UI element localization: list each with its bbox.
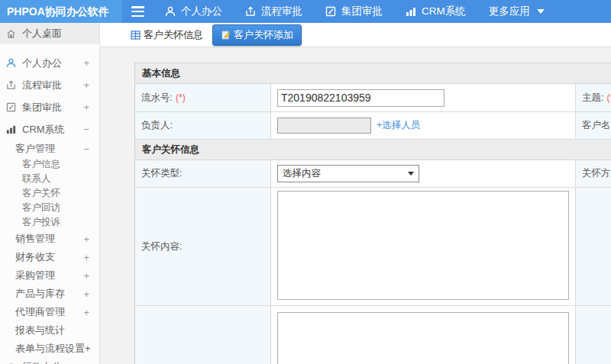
collapse-icon[interactable]: − — [83, 143, 89, 155]
approve-icon — [325, 6, 336, 17]
grid-icon — [131, 31, 141, 40]
expand-icon[interactable]: + — [83, 57, 89, 69]
user-icon — [165, 6, 176, 17]
main-content: 客户关怀信息 客户关怀添加 基本信息 流水号: (*) 主题: (*) 负责人:… — [100, 23, 611, 364]
nav-crm-system[interactable]: CRM系统 — [406, 5, 466, 18]
owner-input[interactable] — [277, 118, 371, 134]
required-mark: (*) — [176, 92, 186, 103]
extra-content-label — [135, 306, 271, 364]
sidebar-item-agents-mgmt[interactable]: 代理商管理 + — [0, 303, 99, 321]
tab-customer-care-add[interactable]: 客户关怀添加 — [212, 24, 302, 46]
sidebar-item-customer-care[interactable]: 客户关怀 — [0, 186, 99, 201]
sidebar-item-group-approval[interactable]: 集团审批 + — [0, 96, 99, 118]
sidebar-label: 流程审批 — [22, 79, 62, 92]
expand-icon[interactable]: + — [83, 252, 89, 263]
nav-label: CRM系统 — [422, 5, 466, 18]
nav-label: 流程审批 — [261, 5, 302, 18]
sidebar-label: 客户回访 — [22, 201, 60, 214]
sidebar-item-form-process-settings[interactable]: 表单与流程设置+ — [0, 340, 99, 358]
care-type-label: 关怀类型: — [135, 160, 271, 188]
subject-label: 主题: (*) — [576, 84, 611, 112]
tab-customer-care-info[interactable]: 客户关怀信息 — [126, 25, 208, 45]
sidebar-item-admin-office[interactable]: 行政办公 + — [0, 358, 99, 364]
sidebar-label: CRM系统 — [22, 123, 65, 137]
sidebar-label: 联系人 — [22, 172, 51, 185]
approve-icon — [6, 102, 17, 112]
sidebar-item-customer-info[interactable]: 客户信息 — [0, 157, 99, 172]
tab-label: 客户关怀信息 — [144, 28, 203, 42]
app-logo[interactable]: PHPOA协同办公软件 — [0, 0, 122, 23]
sidebar-item-purchasing[interactable]: 采购管理 + — [0, 266, 99, 285]
caret-down-icon — [537, 9, 545, 14]
top-navbar: PHPOA协同办公软件 个人办公 流程审批 集团审批 CRM系统 更多应用 — [0, 0, 611, 23]
sidebar-item-customer-complaint[interactable]: 客户投诉 — [0, 215, 99, 230]
care-content-field-cell — [271, 188, 576, 306]
care-content-right-cell — [576, 188, 611, 306]
sidebar-item-sales-mgmt[interactable]: 销售管理 + — [0, 230, 99, 248]
sidebar-item-products-inventory[interactable]: 产品与库存 + — [0, 285, 99, 303]
select-caret-icon — [408, 172, 414, 176]
serial-label: 流水号: (*) — [135, 84, 271, 112]
owner-field-cell: +选择人员 — [271, 112, 576, 140]
process-icon — [245, 6, 256, 17]
sidebar-label: 采购管理 — [15, 269, 55, 282]
expand-icon[interactable]: + — [83, 307, 89, 318]
sidebar-item-crm-system[interactable]: CRM系统 − — [0, 118, 99, 140]
sidebar-item-contacts[interactable]: 联系人 — [0, 172, 99, 186]
customer-name-label: 客户名称: ( — [576, 112, 611, 140]
care-type-field-cell: 选择内容 — [271, 160, 576, 188]
menu-icon[interactable] — [131, 6, 147, 17]
nav-personal-office[interactable]: 个人办公 — [165, 5, 222, 18]
required-mark: (*) — [606, 92, 611, 103]
tab-bar: 客户关怀信息 客户关怀添加 — [100, 23, 611, 47]
expand-icon[interactable]: + — [83, 79, 89, 91]
serial-input[interactable] — [277, 89, 445, 107]
expand-icon[interactable]: + — [83, 288, 89, 300]
sidebar-label: 行政办公 — [22, 360, 62, 364]
owner-label: 负责人: — [135, 112, 271, 140]
expand-icon[interactable]: + — [83, 234, 89, 245]
expand-icon[interactable]: + — [83, 101, 89, 113]
care-type-selected-value: 选择内容 — [283, 167, 321, 180]
sidebar-label: 个人桌面 — [22, 27, 62, 40]
sidebar-label: 客户管理 — [15, 142, 55, 156]
care-content-label: 关怀内容: — [135, 188, 271, 306]
extra-content-textarea[interactable] — [277, 312, 569, 364]
care-method-label: 关怀方式: — [576, 160, 611, 188]
sidebar-item-desktop[interactable]: 个人桌面 — [0, 23, 99, 44]
user-icon — [6, 58, 17, 68]
sidebar-label: 个人办公 — [22, 56, 62, 70]
care-type-select[interactable]: 选择内容 — [277, 165, 419, 182]
sidebar-item-reports-stats[interactable]: 报表与统计 — [0, 321, 99, 340]
nav-process-approval[interactable]: 流程审批 — [245, 5, 302, 18]
process-icon — [6, 80, 17, 90]
sidebar-label: 表单与流程设置+ — [15, 342, 91, 356]
crm-icon — [406, 6, 416, 17]
nav-group-approval[interactable]: 集团审批 — [325, 5, 383, 18]
sidebar-item-finance[interactable]: 财务收支 + — [0, 248, 99, 266]
sidebar-item-process-approval[interactable]: 流程审批 + — [0, 74, 99, 96]
nav-more-apps[interactable]: 更多应用 — [489, 5, 545, 18]
section-care-info: 客户关怀信息 — [135, 140, 611, 160]
collapse-icon[interactable]: − — [83, 124, 89, 135]
expand-icon[interactable]: + — [83, 362, 89, 364]
sidebar: 个人桌面 个人办公 + 流程审批 + 集团审批 + CRM系统 − 客户管理 −… — [0, 23, 100, 364]
select-person-link[interactable]: +选择人员 — [377, 119, 420, 132]
extra-content-field-cell — [271, 306, 576, 364]
sidebar-label: 代理商管理 — [15, 305, 65, 319]
nav-label: 更多应用 — [489, 5, 530, 18]
sidebar-label: 集团审批 — [22, 101, 62, 114]
sidebar-label: 客户关怀 — [22, 187, 60, 200]
sidebar-item-personal-office[interactable]: 个人办公 + — [0, 52, 99, 74]
sidebar-item-customer-mgmt[interactable]: 客户管理 − — [0, 140, 99, 157]
expand-icon[interactable]: + — [83, 270, 89, 282]
extra-content-right-cell — [576, 306, 611, 364]
care-content-textarea[interactable] — [277, 191, 569, 300]
section-basic-info: 基本信息 — [135, 63, 611, 84]
tab-label: 客户关怀添加 — [234, 28, 293, 42]
sidebar-item-customer-visit[interactable]: 客户回访 — [0, 201, 99, 215]
top-nav-items: 个人办公 流程审批 集团审批 CRM系统 更多应用 — [165, 5, 545, 18]
nav-label: 个人办公 — [181, 5, 222, 18]
sidebar-label: 财务收支 — [15, 250, 55, 264]
home-icon — [6, 29, 17, 39]
